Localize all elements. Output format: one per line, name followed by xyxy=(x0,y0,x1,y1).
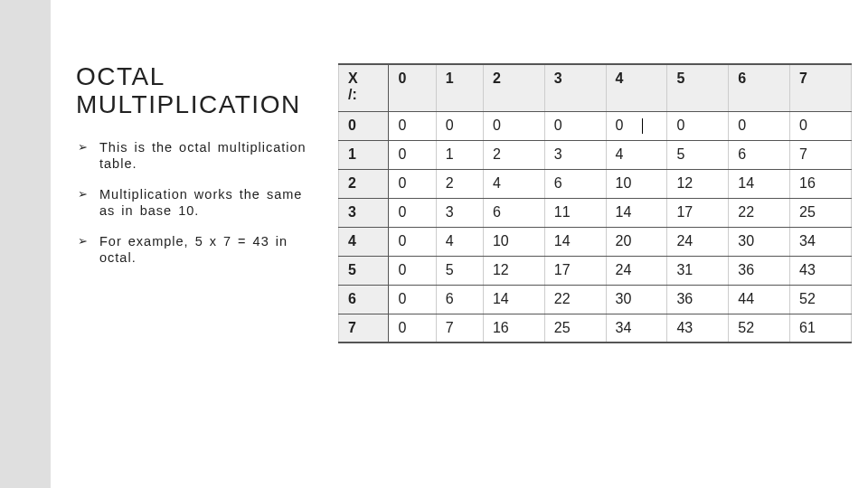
cell: 4 xyxy=(483,169,544,198)
col-header: 3 xyxy=(544,64,606,111)
cell: 0 xyxy=(389,314,436,343)
cell: 0 xyxy=(389,256,436,285)
row-header: 1 xyxy=(339,140,389,169)
left-sidebar xyxy=(0,0,51,488)
cell: 34 xyxy=(606,314,667,343)
cell: 5 xyxy=(436,256,483,285)
bullet-text: For example, 5 x 7 = 43 in octal. xyxy=(99,234,288,265)
cell: 30 xyxy=(729,227,790,256)
bullet-arrow-icon: ➢ xyxy=(78,187,89,202)
cell: 12 xyxy=(667,169,729,198)
cell: 2 xyxy=(436,169,483,198)
bullet-arrow-icon: ➢ xyxy=(78,140,89,155)
text-column: OCTAL MULTIPLICATION ➢ This is the octal… xyxy=(76,63,338,488)
cell: 0 xyxy=(436,111,483,140)
cell: 17 xyxy=(544,256,606,285)
cell: 43 xyxy=(667,314,729,343)
bullet-list: ➢ This is the octal multiplication table… xyxy=(76,139,320,267)
cell: 6 xyxy=(436,285,483,314)
row-header: 3 xyxy=(339,198,389,227)
cell: 14 xyxy=(544,227,606,256)
table-row: 2 0 2 4 6 10 12 14 16 xyxy=(339,169,852,198)
cell: 24 xyxy=(667,227,729,256)
gap xyxy=(51,0,76,488)
cell: 12 xyxy=(483,256,544,285)
cell: 14 xyxy=(729,169,790,198)
cell: 52 xyxy=(729,314,790,343)
cell: 43 xyxy=(790,256,852,285)
table-row: 5 0 5 12 17 24 31 36 43 xyxy=(339,256,852,285)
row-header: 0 xyxy=(339,111,389,140)
table-row: 1 0 1 2 3 4 5 6 7 xyxy=(339,140,852,169)
slide-title: OCTAL MULTIPLICATION xyxy=(76,63,320,119)
cell: 20 xyxy=(606,227,667,256)
cell: 16 xyxy=(790,169,852,198)
cell: 0 xyxy=(483,111,544,140)
cell: 0 xyxy=(389,227,436,256)
table-row: 4 0 4 10 14 20 24 30 34 xyxy=(339,227,852,256)
cell: 0 xyxy=(790,111,852,140)
cell: 7 xyxy=(790,140,852,169)
table-header-row: X /: 0 1 2 3 4 5 6 7 xyxy=(339,64,852,111)
col-header: 0 xyxy=(389,64,436,111)
table-column: X /: 0 1 2 3 4 5 6 7 0 0 0 xyxy=(338,63,868,488)
cell: 0 xyxy=(389,198,436,227)
col-header: 7 xyxy=(790,64,852,111)
cell: 4 xyxy=(606,140,667,169)
table-row: 6 0 6 14 22 30 36 44 52 xyxy=(339,285,852,314)
cell: 3 xyxy=(436,198,483,227)
cell: 0 xyxy=(729,111,790,140)
cell: 22 xyxy=(544,285,606,314)
list-item: ➢ For example, 5 x 7 = 43 in octal. xyxy=(76,233,320,266)
cell: 0 xyxy=(667,111,729,140)
cell: 36 xyxy=(667,285,729,314)
cell: 52 xyxy=(790,285,852,314)
cell: 36 xyxy=(729,256,790,285)
row-header: 4 xyxy=(339,227,389,256)
cell: 6 xyxy=(483,198,544,227)
octal-multiplication-table: X /: 0 1 2 3 4 5 6 7 0 0 0 xyxy=(338,63,852,343)
row-header: 6 xyxy=(339,285,389,314)
corner-x: X xyxy=(348,70,358,86)
cell: 6 xyxy=(729,140,790,169)
cell: 17 xyxy=(667,198,729,227)
cell: 10 xyxy=(483,227,544,256)
col-header: 5 xyxy=(667,64,729,111)
col-header: 2 xyxy=(483,64,544,111)
bullet-arrow-icon: ➢ xyxy=(78,234,89,249)
list-item: ➢ This is the octal multiplication table… xyxy=(76,139,320,172)
row-header: 2 xyxy=(339,169,389,198)
table-row: 3 0 3 6 11 14 17 22 25 xyxy=(339,198,852,227)
cell: 25 xyxy=(790,198,852,227)
cell: 7 xyxy=(436,314,483,343)
cell: 61 xyxy=(790,314,852,343)
cell: 11 xyxy=(544,198,606,227)
cell: 0 xyxy=(389,140,436,169)
title-line-2: MULTIPLICATION xyxy=(76,90,301,118)
cell: 5 xyxy=(667,140,729,169)
cell: 0 xyxy=(389,169,436,198)
slide-content: OCTAL MULTIPLICATION ➢ This is the octal… xyxy=(76,0,868,488)
bullet-text: Multiplication works the same as in base… xyxy=(99,187,302,218)
cell: 14 xyxy=(483,285,544,314)
bullet-text: This is the octal multiplication table. xyxy=(99,140,307,171)
list-item: ➢ Multiplication works the same as in ba… xyxy=(76,186,320,219)
cell: 14 xyxy=(606,198,667,227)
corner-div: /: xyxy=(348,87,357,102)
cell: 6 xyxy=(544,169,606,198)
cell: 25 xyxy=(544,314,606,343)
cell: 0 xyxy=(389,111,436,140)
cell: 10 xyxy=(606,169,667,198)
cell: 31 xyxy=(667,256,729,285)
cell: 0 xyxy=(606,111,667,140)
cell: 44 xyxy=(729,285,790,314)
cell: 30 xyxy=(606,285,667,314)
cell: 22 xyxy=(729,198,790,227)
table-body: 0 0 0 0 0 0 0 0 0 1 0 1 2 3 4 5 xyxy=(339,111,852,343)
cell: 1 xyxy=(436,140,483,169)
title-line-1: OCTAL xyxy=(76,62,165,90)
col-header: 4 xyxy=(606,64,667,111)
cell: 2 xyxy=(483,140,544,169)
cell: 3 xyxy=(544,140,606,169)
cell: 24 xyxy=(606,256,667,285)
